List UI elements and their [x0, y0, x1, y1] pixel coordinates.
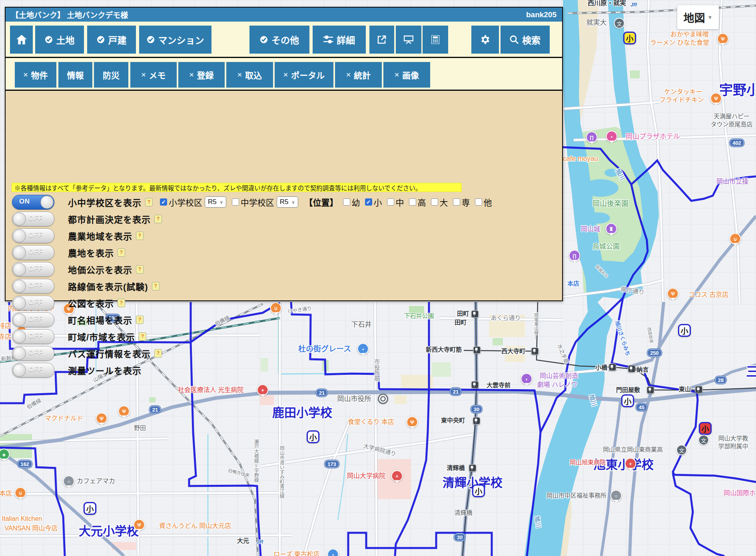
- cityhall-poi-icon[interactable]: [378, 394, 388, 404]
- elementary-year-select[interactable]: R5∨: [205, 196, 226, 208]
- school-poi-icon[interactable]: 文: [676, 445, 687, 456]
- help-icon[interactable]: ?: [118, 248, 125, 257]
- hotel-poi-icon[interactable]: ▪: [606, 131, 618, 142]
- toolbar-button-monitor[interactable]: [396, 26, 421, 54]
- restaurant-poi-icon[interactable]: Ψ: [717, 33, 729, 45]
- layer-toggle[interactable]: OFF: [12, 262, 54, 277]
- toolbar-button-mansion[interactable]: マンション: [139, 26, 211, 54]
- toggle-state-label: OFF: [28, 282, 43, 290]
- restaurant-poi-icon[interactable]: Ψ: [118, 406, 130, 417]
- toolbar-button-land[interactable]: 土地: [35, 26, 84, 54]
- hospital-poi-icon[interactable]: +: [257, 384, 269, 396]
- tram-stop-icon[interactable]: [531, 348, 539, 355]
- help-icon[interactable]: ?: [154, 215, 162, 223]
- cafe-poi-icon[interactable]: ∪: [730, 233, 741, 245]
- map-label: 鹿田小学校: [272, 406, 332, 419]
- help-icon[interactable]: ?: [118, 299, 125, 307]
- toolbar-button-detail[interactable]: 詳細: [313, 26, 366, 54]
- layer-toggle[interactable]: OFF: [12, 279, 54, 294]
- restaurant-poi-icon[interactable]: Ψ: [710, 93, 722, 104]
- museum-poi-icon[interactable]: ∏: [586, 132, 598, 143]
- help-icon[interactable]: ?: [136, 232, 144, 240]
- position-checkbox-大[interactable]: [431, 198, 438, 206]
- generic-poi-icon[interactable]: ○: [63, 476, 75, 487]
- tram-stop-icon[interactable]: [647, 386, 654, 394]
- school-district-badge[interactable]: 小: [307, 430, 319, 443]
- cafe-poi-icon[interactable]: ∪: [270, 302, 282, 314]
- toolbar-button-home[interactable]: [10, 26, 33, 54]
- tab-toroku[interactable]: ×登録: [178, 62, 225, 88]
- help-icon[interactable]: ?: [139, 332, 146, 341]
- tram-stop-icon[interactable]: [471, 310, 479, 318]
- toolbar-button-house[interactable]: 戸建: [87, 26, 136, 54]
- cafe-poi-icon[interactable]: ∪: [15, 487, 26, 499]
- school-district-badge[interactable]: 小: [623, 32, 636, 44]
- tab-portal[interactable]: ×ポータル: [275, 62, 333, 88]
- junior-checkbox[interactable]: [232, 198, 239, 206]
- tram-stop-icon[interactable]: [609, 364, 616, 371]
- toolbar-button-other[interactable]: その他: [249, 26, 309, 54]
- layer-toggle[interactable]: OFF: [12, 329, 54, 344]
- tram-stop-icon[interactable]: [471, 381, 479, 389]
- layer-toggle[interactable]: OFF: [12, 245, 54, 260]
- toolbar-button-calculator[interactable]: [423, 26, 448, 54]
- disclaimer-notice: ※各種情報はすべて「参考データ」となります。最新情報ではなかったり、ズレや間違い…: [12, 183, 462, 192]
- restaurant-poi-icon[interactable]: Ψ: [667, 288, 679, 300]
- tram-stop-icon[interactable]: [473, 346, 481, 354]
- tab-memo[interactable]: ×メモ: [130, 62, 177, 88]
- restaurant-poi-icon[interactable]: Ψ: [134, 519, 145, 531]
- toggle-knob: [13, 263, 26, 276]
- restaurant-poi-icon[interactable]: Ψ: [407, 416, 418, 428]
- junior-year-select[interactable]: R5∨: [277, 196, 298, 208]
- tram-stop-icon[interactable]: [469, 464, 477, 472]
- position-checkbox-他[interactable]: [475, 198, 482, 206]
- elementary-checkbox[interactable]: ✓: [160, 198, 167, 206]
- position-checkbox-小[interactable]: ✓: [365, 198, 372, 206]
- search-icon: [510, 35, 519, 44]
- school-district-badge[interactable]: 小: [621, 394, 634, 407]
- school-district-badge[interactable]: 小: [472, 484, 485, 497]
- help-icon[interactable]: ?: [136, 316, 144, 324]
- tab-bosai[interactable]: 防災: [94, 62, 128, 88]
- generic-poi-icon[interactable]: ○: [610, 490, 622, 502]
- tab-tokei[interactable]: ×統計: [335, 62, 382, 88]
- tab-joho[interactable]: 情報: [58, 62, 92, 88]
- layer-toggle[interactable]: ON: [12, 195, 54, 210]
- help-icon[interactable]: ?: [136, 265, 144, 274]
- tab-gazo[interactable]: ×画像: [383, 62, 430, 88]
- toolbar-button-search[interactable]: 検索: [501, 26, 550, 54]
- layer-toggle[interactable]: OFF: [12, 212, 54, 226]
- hospital-poi-icon[interactable]: +: [391, 470, 403, 482]
- toolbar-button-external-link[interactable]: [369, 26, 394, 54]
- layer-toggle[interactable]: OFF: [12, 228, 54, 243]
- position-checkbox-中[interactable]: [387, 198, 394, 206]
- school-district-badge[interactable]: 小: [699, 422, 712, 435]
- layer-toggle[interactable]: OFF: [12, 346, 54, 361]
- map-style-button[interactable]: 地図▼: [677, 5, 719, 29]
- help-icon[interactable]: ?: [154, 349, 162, 358]
- position-checkbox-幼[interactable]: [343, 198, 350, 206]
- hospital-poi-icon[interactable]: +: [625, 458, 636, 470]
- tram-stop-icon[interactable]: [628, 365, 636, 373]
- school-district-badge[interactable]: 小: [84, 502, 96, 515]
- layer-toggle[interactable]: OFF: [12, 363, 54, 378]
- castle-poi-icon[interactable]: ♜: [606, 223, 617, 235]
- tram-stop-icon[interactable]: [473, 417, 481, 425]
- school-poi-icon[interactable]: 文: [614, 18, 625, 29]
- help-icon[interactable]: ?: [145, 198, 153, 206]
- position-checkbox-専[interactable]: [453, 198, 460, 206]
- restaurant-poi-icon[interactable]: Ψ: [96, 413, 108, 424]
- layer-toggle[interactable]: OFF: [12, 296, 54, 310]
- shopping-poi-icon[interactable]: ▪: [357, 343, 369, 355]
- school-district-badge[interactable]: 小: [678, 324, 691, 337]
- theater-poi-icon[interactable]: ◗: [521, 373, 533, 385]
- museum-poi-icon[interactable]: ∏: [569, 250, 580, 262]
- tab-bukken[interactable]: ×物件: [15, 62, 56, 88]
- school-poi-icon[interactable]: 文: [698, 435, 709, 446]
- tram-stop-icon[interactable]: [695, 386, 703, 394]
- tab-torikomi[interactable]: ×取込: [226, 62, 273, 88]
- layer-toggle[interactable]: OFF: [12, 312, 54, 327]
- help-icon[interactable]: ?: [152, 282, 160, 290]
- position-checkbox-高[interactable]: [409, 198, 416, 206]
- toolbar-button-settings[interactable]: [471, 26, 499, 54]
